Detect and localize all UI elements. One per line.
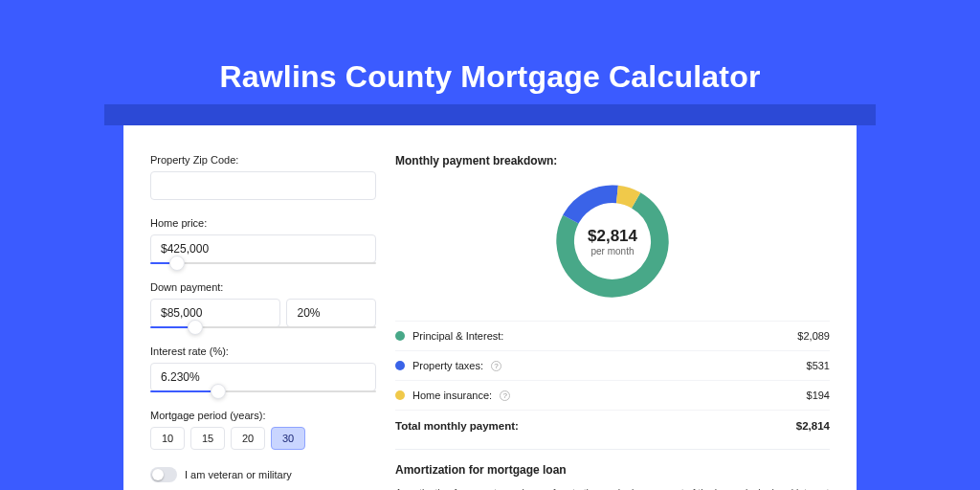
period-option-10[interactable]: 10 — [150, 427, 185, 450]
card-backing — [104, 104, 876, 125]
breakdown-column: Monthly payment breakdown: $2,814 per mo… — [395, 154, 830, 490]
zip-label: Property Zip Code: — [150, 154, 376, 166]
calculator-card: Property Zip Code: Home price: Down paym… — [123, 125, 857, 490]
veteran-label: I am veteran or military — [185, 469, 292, 480]
breakdown-title: Monthly payment breakdown: — [395, 154, 830, 167]
amortization-title: Amortization for mortgage loan — [395, 463, 830, 477]
down-payment-amount-input[interactable] — [150, 299, 280, 327]
period-option-15[interactable]: 15 — [190, 427, 225, 450]
legend-value: $531 — [807, 360, 830, 371]
home-price-label: Home price: — [150, 217, 376, 229]
total-row: Total monthly payment: $2,814 — [395, 410, 830, 443]
down-payment-group: Down payment: — [150, 281, 376, 328]
veteran-toggle[interactable] — [150, 467, 177, 482]
interest-group: Interest rate (%): — [150, 345, 376, 392]
interest-label: Interest rate (%): — [150, 345, 376, 357]
help-icon[interactable]: ? — [500, 390, 510, 401]
down-payment-label: Down payment: — [150, 281, 376, 293]
down-payment-slider[interactable] — [150, 326, 376, 328]
veteran-row: I am veteran or military — [150, 467, 376, 482]
donut-center-sub: per month — [590, 246, 634, 256]
legend-row-insurance: Home insurance: ? $194 — [395, 380, 830, 410]
legend-value: $2,089 — [797, 330, 830, 342]
page-title: Rawlins County Mortgage Calculator — [0, 0, 980, 95]
amortization-text: Amortization for a mortgage loan refers … — [395, 486, 830, 490]
period-option-20[interactable]: 20 — [231, 427, 265, 450]
zip-field-group: Property Zip Code: — [150, 154, 376, 200]
legend-row-principal: Principal & Interest: $2,089 — [395, 321, 830, 350]
period-label: Mortgage period (years): — [150, 410, 376, 421]
home-price-slider[interactable] — [150, 262, 376, 264]
swatch-icon — [395, 390, 405, 400]
total-value: $2,814 — [796, 420, 830, 432]
donut-chart: $2,814 per month — [395, 179, 830, 303]
legend-row-taxes: Property taxes: ? $531 — [395, 350, 830, 380]
period-options: 10 15 20 30 — [150, 427, 376, 450]
down-payment-pct-input[interactable] — [286, 299, 376, 327]
inputs-column: Property Zip Code: Home price: Down paym… — [150, 154, 376, 490]
interest-input[interactable] — [150, 363, 376, 391]
interest-slider[interactable] — [150, 390, 376, 392]
legend-value: $194 — [807, 390, 830, 401]
swatch-icon — [395, 331, 405, 341]
slider-thumb-icon[interactable] — [169, 256, 185, 271]
home-price-group: Home price: — [150, 217, 376, 264]
legend-label: Property taxes: — [412, 360, 483, 371]
swatch-icon — [395, 361, 405, 370]
period-option-30[interactable]: 30 — [271, 427, 305, 450]
legend-label: Principal & Interest: — [412, 330, 503, 342]
amortization-section: Amortization for mortgage loan Amortizat… — [395, 449, 830, 490]
zip-input[interactable] — [150, 171, 376, 200]
slider-thumb-icon[interactable] — [188, 320, 203, 335]
legend-label: Home insurance: — [412, 390, 492, 401]
donut-center-value: $2,814 — [588, 227, 637, 246]
period-group: Mortgage period (years): 10 15 20 30 — [150, 410, 376, 450]
slider-thumb-icon[interactable] — [211, 384, 226, 399]
total-label: Total monthly payment: — [395, 420, 519, 432]
help-icon[interactable]: ? — [491, 361, 501, 371]
